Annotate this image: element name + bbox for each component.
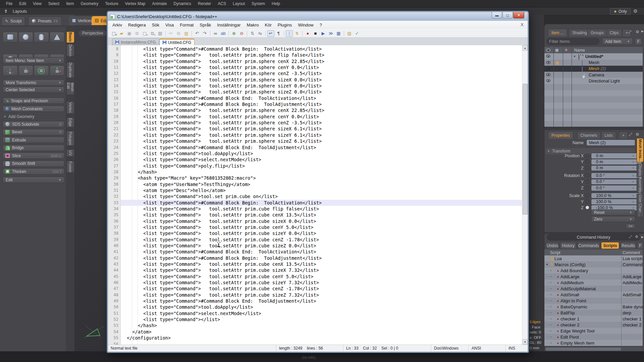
only-button[interactable]: ★Only <box>610 8 631 15</box>
side-tab-deform[interactable]: Deform <box>66 44 74 56</box>
layouts-up-icon[interactable]: ⇧ <box>4 9 8 14</box>
editor-area[interactable]: 8910111213141516171819202122232425262728… <box>108 45 528 345</box>
code-line[interactable]: <list type="Command"> tool.setAttr prim.… <box>121 286 522 292</box>
code-line[interactable]: </hash> <box>121 169 522 175</box>
more-channels-button[interactable]: >> <box>626 224 635 229</box>
code-line[interactable]: <list type="Command">#Command Block End:… <box>121 298 522 304</box>
code-line[interactable]: <list type="Command"> tool.setAttr prim.… <box>121 261 522 267</box>
side-tab-polygon[interactable]: Polygon <box>66 131 74 146</box>
bridge-tool-button[interactable]: Bridge <box>3 145 64 151</box>
prop-value-field[interactable]: 100.0 %● ◂▸ <box>591 193 642 199</box>
code-line[interactable]: <list type="Command">#Command Block Begi… <box>121 46 522 52</box>
spell-check-icon[interactable]: ✓ <box>354 30 361 37</box>
settings-gear-icon[interactable]: ⚙ <box>633 8 638 14</box>
tab-clips[interactable]: Clips <box>606 29 622 36</box>
replace-icon[interactable]: ab <box>220 30 227 37</box>
macro-run-multiple-icon[interactable]: ≫ <box>327 30 334 37</box>
expander-triangle-icon[interactable]: ▼ <box>546 263 548 266</box>
close-doc-icon[interactable]: ▢− <box>141 30 148 37</box>
channel-radio[interactable] <box>585 193 589 197</box>
bevel-tool-button[interactable]: BevelB <box>3 129 64 135</box>
item-row[interactable]: ▼Untitled* <box>544 53 643 59</box>
script-row[interactable]: ···▪▲AddSculptMaterial <box>544 286 643 292</box>
copy-icon[interactable]: ⧉ <box>175 30 182 37</box>
visibility-eye-icon[interactable] <box>546 61 550 64</box>
gizmo-rotate-tool-button[interactable] <box>34 65 49 76</box>
prop-value-field[interactable]: 0 m● ◂▸ <box>591 165 642 171</box>
item-row[interactable]: Directional Light <box>544 78 643 84</box>
menu-view[interactable]: View <box>30 0 45 7</box>
cut-icon[interactable]: ✂ <box>167 30 174 37</box>
save-icon[interactable]: ▣ <box>126 30 133 37</box>
code-line[interactable]: <list type="Command"> tool.setAttr prim.… <box>121 218 522 224</box>
history-tab-commands[interactable]: Commands <box>578 242 600 249</box>
code-line[interactable]: <list type="Command"> tool.setAttr prim.… <box>121 206 522 212</box>
side-tab-uv[interactable]: UV <box>66 149 74 157</box>
item-row[interactable]: ▦Mesh <box>544 60 643 66</box>
redo-icon[interactable]: ↷ <box>201 30 208 37</box>
edit-dropdown[interactable]: Edit▼ <box>3 177 64 183</box>
more-transforms-dropdown[interactable]: More Transforms▼ <box>3 79 64 86</box>
channel-radio[interactable] <box>585 160 589 164</box>
script-row[interactable]: ···▪▲BakeDynamicBake dyna <box>544 304 643 310</box>
show-all-chars-icon[interactable]: ¶ <box>275 30 282 37</box>
script-row[interactable]: ···▪▲Add Boundary <box>544 267 643 274</box>
item-menu-dropdown[interactable]: Item Menu: New Item▼ <box>3 57 64 64</box>
code-line[interactable]: <list type="Command"> tool.setAttr prim.… <box>121 114 522 120</box>
code-line[interactable]: <list type="Command"> tool.setAttr prim.… <box>121 243 522 249</box>
side-tab-edge[interactable]: Edge <box>66 117 74 127</box>
scroll-down-arrow[interactable]: ▼ <box>523 339 528 345</box>
side-tab-basic[interactable]: Basic <box>66 32 74 43</box>
code-line[interactable]: <list type="Command"> tool.setAttr prim.… <box>121 280 522 286</box>
panel-tab-sculpt[interactable]: ✎Sculpt <box>1 16 25 25</box>
history-gear-icon[interactable]: ⚙ <box>635 235 638 239</box>
thicken-tool-button[interactable]: ThickenCtrl-T <box>3 168 64 175</box>
code-line[interactable]: <list type="Command"> tool.setAttr prim.… <box>121 83 522 89</box>
code-line[interactable]: <list type="Command"> tool.setAttr prim.… <box>121 58 522 64</box>
code-line[interactable]: <list type="Command"> tool.setAttr prim.… <box>121 89 522 95</box>
code-line[interactable]: </hash> <box>121 322 522 328</box>
macro-play-icon[interactable]: ▶ <box>320 30 327 37</box>
doc-tab-instancemirror-cfg[interactable]: InstanceMirror.CFG <box>112 39 159 45</box>
code-line[interactable]: <list type="Command"> tool.setAttr prim.… <box>121 292 522 298</box>
new-file-icon[interactable]: ▢+ <box>110 30 117 37</box>
sds-subdivide-tool-button[interactable]: SDS SubdivideD <box>3 121 64 127</box>
script-row[interactable]: ···▪▲Edit Pivot <box>544 334 643 340</box>
viewport-right-sliver[interactable] <box>529 15 544 351</box>
code-line[interactable]: <list type="Command"> tool.setAttr prim.… <box>121 126 522 132</box>
tab-lists[interactable]: Lists <box>601 131 616 139</box>
menu-edit[interactable]: Edit <box>16 0 30 7</box>
history-tab-undos[interactable]: Undos <box>546 242 559 249</box>
channel-radio[interactable] <box>585 186 589 190</box>
code-line[interactable]: <list type="Command">#Command Block Begi… <box>121 255 522 261</box>
npp-menu-instllningar[interactable]: Inställningar <box>214 21 244 28</box>
print-icon[interactable]: ▤ <box>157 30 164 37</box>
smooth-shift-tool-button[interactable]: Smooth Shift <box>3 161 64 167</box>
script-row[interactable]: ▼SMacros (Config)Command <box>544 261 643 267</box>
npp-menu-window[interactable]: Window <box>295 21 316 28</box>
code-line[interactable]: <list type="Command"> tool.setAttr prim.… <box>121 230 522 236</box>
code-line[interactable]: <list type="Command"> tool.setAttr prim.… <box>121 120 522 126</box>
find-icon[interactable]: ∞ <box>212 30 219 37</box>
code-line[interactable]: <list type="Command">tool.set prim.cube … <box>121 193 522 199</box>
filter-items-input[interactable]: Filter Items <box>546 38 599 45</box>
save-all-icon[interactable]: ⧉ <box>133 30 141 37</box>
history-arrow-icon[interactable]: ▶ <box>641 235 644 239</box>
macro-record-icon[interactable]: ● <box>304 30 311 37</box>
item-row[interactable]: Camera <box>544 72 643 78</box>
code-line[interactable]: </configuration> <box>121 335 522 341</box>
code-line[interactable]: <list type="Command"> tool.setAttr prim.… <box>121 138 522 144</box>
script-row[interactable]: ···▪▲AddMediumAddMediu <box>544 280 643 286</box>
item-name-field[interactable]: Mesh (2) <box>586 139 635 146</box>
props-gear-icon[interactable]: ⚙ <box>636 132 639 137</box>
code-line[interactable]: <list type="Command"> tool.setAttr prim.… <box>121 107 522 113</box>
prop-side-tab-display[interactable]: Display <box>637 164 644 177</box>
tab-+[interactable]: + <box>619 131 628 139</box>
menu-file[interactable]: File <box>3 0 16 7</box>
cube-tool-button[interactable] <box>3 32 18 42</box>
side-tab-mesh-edit[interactable]: Mesh Edit <box>66 82 74 95</box>
prop-value-field[interactable]: 0 m● ◂▸ <box>591 159 642 165</box>
prop-side-tab-user-chan-[interactable]: User Chan ... <box>637 194 644 217</box>
npp-menu-format[interactable]: Format <box>177 21 197 28</box>
props-expand-icon[interactable]: ⤢ <box>629 132 632 137</box>
